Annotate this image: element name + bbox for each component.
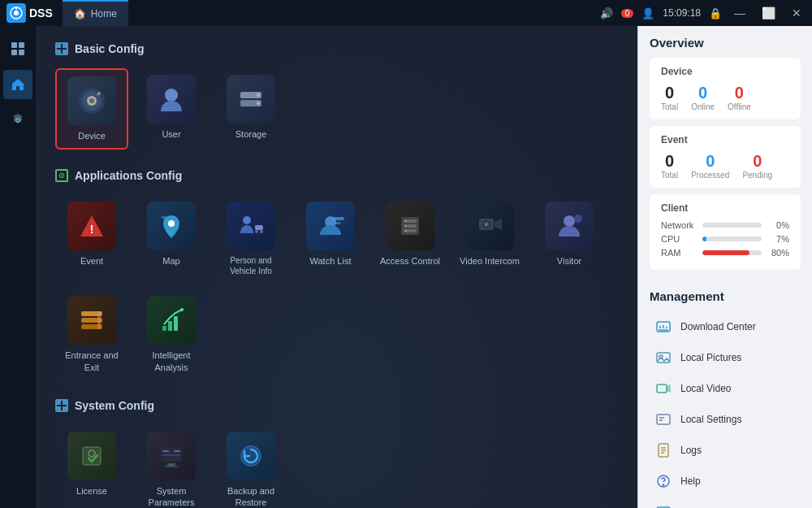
close-button[interactable]: ✕ <box>788 5 806 21</box>
storage-icon-app <box>227 75 275 124</box>
event-total-label: Total <box>661 171 678 180</box>
access-control-label: Access Control <box>380 255 440 267</box>
watchlist-icon <box>306 202 355 250</box>
app-user[interactable]: User <box>135 68 208 150</box>
app-backup-restore[interactable]: Backup and Restore <box>214 425 287 508</box>
app-entrance-exit[interactable]: Entrance and Exit <box>55 289 128 380</box>
sidebar <box>0 26 36 508</box>
event-total-value: 0 <box>665 152 674 171</box>
sidebar-item-settings[interactable] <box>3 106 32 135</box>
management-help[interactable]: Help <box>650 466 801 497</box>
logo-text: DSS <box>29 7 53 20</box>
svg-point-52 <box>180 308 184 311</box>
svg-rect-53 <box>57 401 61 405</box>
client-network-row: Network 0% <box>661 220 789 230</box>
app-watchlist[interactable]: Watch List <box>294 195 367 283</box>
restore-button[interactable]: ⬜ <box>758 5 780 21</box>
user-icon[interactable]: 👤 <box>641 7 654 20</box>
client-ram-bar <box>702 250 749 255</box>
device-online: 0 Online <box>691 84 715 111</box>
svg-rect-64 <box>164 466 179 467</box>
management-download-center[interactable]: Download Center <box>650 311 801 342</box>
entrance-exit-icon <box>67 296 116 345</box>
volume-icon[interactable]: 🔊 <box>600 7 613 20</box>
user-label: User <box>162 128 180 140</box>
management-local-pictures[interactable]: Local Pictures <box>650 342 801 373</box>
local-settings-icon <box>654 410 672 428</box>
svg-point-19 <box>257 93 260 97</box>
app-system-parameters[interactable]: System Parameters <box>135 425 208 508</box>
title-bar-right: 🔊 0 👤 15:09:18 🔒 — ⬜ ✕ <box>600 5 806 21</box>
device-total-label: Total <box>661 102 678 111</box>
lock-icon[interactable]: 🔒 <box>709 7 722 20</box>
client-cpu-row: CPU 7% <box>661 234 789 244</box>
help-label: Help <box>680 475 701 487</box>
app-device[interactable]: Device <box>55 68 128 150</box>
sidebar-item-home[interactable] <box>3 70 32 99</box>
app-license[interactable]: License <box>55 425 128 508</box>
svg-rect-3 <box>11 42 17 48</box>
client-cpu-percent: 7% <box>767 234 789 244</box>
app-intelligent-analysis[interactable]: Intelligent Analysis <box>135 289 208 380</box>
apps-config-header: ⊙ Applications Config <box>55 169 618 182</box>
event-pending-value: 0 <box>753 152 762 171</box>
license-icon <box>67 432 116 480</box>
svg-point-43 <box>564 215 575 227</box>
app-video-intercom[interactable]: Video Intercom <box>453 195 526 283</box>
logs-icon <box>654 441 672 459</box>
apps-config-icon: ⊙ <box>55 169 68 182</box>
svg-rect-6 <box>19 50 24 55</box>
event-processed-label: Processed <box>691 171 729 180</box>
event-stats: 0 Total 0 Processed 0 Pending <box>661 152 789 180</box>
local-pictures-label: Local Pictures <box>680 352 741 363</box>
visitor-label: Visitor <box>557 255 581 267</box>
client-ram-row: RAM 80% <box>661 248 789 258</box>
svg-text:!: ! <box>90 223 94 236</box>
svg-point-41 <box>486 224 488 226</box>
management-title: Management <box>650 289 801 303</box>
svg-rect-60 <box>162 450 169 452</box>
app-access-control[interactable]: Access Control <box>374 195 447 283</box>
home-tab[interactable]: 🏠 Home <box>63 0 128 26</box>
app-person-vehicle[interactable]: Person and Vehicle Info <box>214 195 287 283</box>
management-local-settings[interactable]: Local Settings <box>650 404 801 435</box>
svg-rect-5 <box>11 50 17 55</box>
device-card-title: Device <box>661 66 789 77</box>
management-quick-commands[interactable]: Quick Commands <box>650 497 801 508</box>
basic-config-title: Basic Config <box>75 42 145 55</box>
help-icon <box>654 472 672 490</box>
app-storage[interactable]: Storage <box>214 68 287 150</box>
notification-badge[interactable]: 0 <box>621 9 634 18</box>
intelligent-analysis-label: Intelligent Analysis <box>138 350 205 373</box>
event-overview-card: Event 0 Total 0 Processed 0 Pending <box>650 126 801 188</box>
app-visitor[interactable]: Visitor <box>533 195 606 283</box>
watchlist-label: Watch List <box>310 255 352 267</box>
minimize-button[interactable]: — <box>730 5 749 21</box>
title-bar: DSS 🏠 Home 🔊 0 👤 15:09:18 🔒 — ⬜ ✕ <box>0 0 812 26</box>
svg-point-14 <box>89 98 94 103</box>
intelligent-analysis-icon <box>147 296 196 345</box>
app-map[interactable]: Map <box>135 195 208 283</box>
event-pending-label: Pending <box>742 171 772 180</box>
client-cpu-label: CPU <box>661 234 698 244</box>
apps-config-grid: ! Event Map <box>55 195 618 380</box>
system-config-grid: License System Parameter <box>55 425 618 508</box>
app-event[interactable]: ! Event <box>55 195 128 283</box>
time-display: 15:09:18 <box>663 7 701 19</box>
svg-rect-10 <box>63 50 67 54</box>
client-card-title: Client <box>661 202 789 214</box>
management-logs[interactable]: Logs <box>650 435 801 466</box>
event-total: 0 Total <box>661 152 678 180</box>
visitor-icon <box>545 202 594 250</box>
svg-rect-30 <box>333 222 341 224</box>
svg-rect-29 <box>333 217 344 220</box>
svg-rect-54 <box>63 401 67 405</box>
management-local-video[interactable]: Local Video <box>650 373 801 404</box>
svg-rect-51 <box>174 316 178 331</box>
map-icon <box>147 202 196 250</box>
svg-point-83 <box>663 484 664 486</box>
sidebar-item-grid[interactable] <box>3 34 32 63</box>
event-icon: ! <box>67 202 116 250</box>
backup-restore-label: Backup and Restore <box>218 485 284 508</box>
svg-rect-4 <box>19 42 24 48</box>
